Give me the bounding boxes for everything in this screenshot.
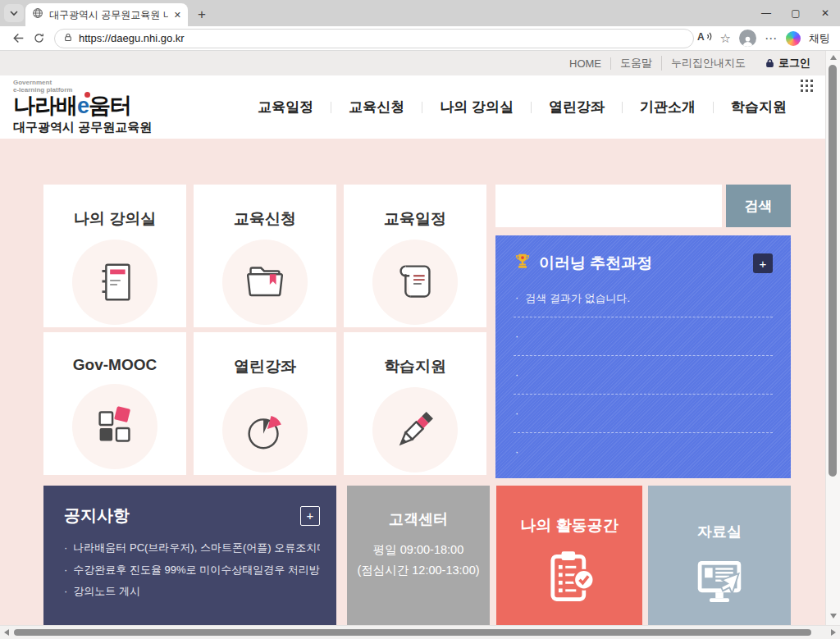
copilot-label[interactable]: 채팅	[809, 31, 830, 46]
new-tab-button[interactable]: +	[198, 7, 206, 21]
nav-item-apply[interactable]: 교육신청	[331, 98, 422, 116]
notice-item-text: 수강완료후 진도율 99%로 미이수상태일경우 처리방…	[73, 559, 320, 582]
logo-e-mark: e	[77, 94, 89, 118]
main-content: 나의 강의실 교육신청	[0, 139, 825, 625]
recommend-empty-row: ·검색 결과가 없습니다.	[514, 284, 773, 317]
notice-item-text: 강의노트 게시	[73, 581, 140, 603]
notice-list: ·나라배움터 PC(브라우저), 스마트폰(어플) 오류조치매… ·수강완료후 …	[64, 537, 320, 603]
scroll-left-arrow-icon[interactable]	[4, 629, 9, 636]
bullet: ·	[64, 581, 67, 603]
card-gov-mooc[interactable]: Gov-MOOC	[43, 332, 186, 475]
url-text: https://daegu.nhi.go.kr	[79, 32, 185, 44]
bullet: ·	[64, 537, 67, 559]
recommend-placeholder-row: ·	[514, 432, 773, 471]
scroll-icon	[372, 240, 458, 325]
lock-icon	[63, 31, 73, 46]
utility-help-link[interactable]: 도움말	[611, 56, 662, 71]
nav-item-learning-support[interactable]: 학습지원	[714, 98, 804, 116]
notice-item-text: 나라배움터 PC(브라우저), 스마트폰(어플) 오류조치매…	[73, 537, 320, 559]
site-logo[interactable]: Government e-learning platform 나라배e움터 대구…	[13, 79, 152, 135]
window-minimize-button[interactable]: —	[751, 0, 781, 26]
blocks-icon	[72, 384, 158, 469]
tab-title: 대구광역시 공무원교육원 나라배	[49, 8, 168, 22]
utility-sitemap-link[interactable]: 누리집안내지도	[662, 56, 755, 71]
customer-center-title: 고객센터	[347, 509, 490, 529]
notice-more-button[interactable]: +	[300, 506, 320, 526]
window-maximize-button[interactable]: ▢	[781, 0, 810, 26]
browser-tab[interactable]: 대구광역시 공무원교육원 나라배 ✕	[25, 3, 188, 26]
customer-lunch-hours: (점심시간 12:00-13:00)	[347, 560, 490, 581]
card-title: 교육신청	[234, 208, 296, 230]
nav-item-my-classroom[interactable]: 나의 강의실	[422, 98, 531, 116]
card-title: Gov-MOOC	[73, 356, 157, 374]
card-open-courses[interactable]: 열린강좌	[194, 332, 336, 475]
bullet: ·	[515, 407, 518, 419]
utility-bar: HOME 도움말 누리집안내지도 로그인	[0, 51, 825, 75]
bullet: ·	[515, 368, 518, 381]
refresh-icon[interactable]	[28, 28, 49, 49]
horizontal-scrollbar-thumb[interactable]	[14, 629, 811, 636]
tab-close-icon[interactable]: ✕	[174, 10, 181, 21]
utility-home-link[interactable]: HOME	[560, 57, 611, 70]
trophy-icon	[514, 253, 532, 274]
scroll-up-arrow-icon[interactable]	[830, 55, 837, 60]
pencil-icon	[372, 387, 458, 472]
logo-brand: 나라배e움터	[13, 94, 152, 117]
clipboard-check-icon	[496, 545, 642, 610]
card-learning-support[interactable]: 학습지원	[344, 332, 486, 475]
window-controls: — ▢ ✕	[751, 0, 840, 26]
folder-icon	[222, 240, 308, 325]
monitor-cursor-icon	[648, 551, 791, 615]
profile-avatar[interactable]	[739, 30, 756, 47]
main-nav: 교육일정 교육신청 나의 강의실 열린강좌 기관소개 학습지원	[240, 98, 804, 116]
course-search: 검색	[495, 185, 791, 227]
my-activity-panel[interactable]: 나의 활동공간	[496, 486, 642, 625]
card-my-classroom[interactable]: 나의 강의실	[43, 185, 186, 327]
card-title: 교육일정	[384, 208, 446, 230]
customer-center-panel: 고객센터 평일 09:00-18:00 (점심시간 12:00-13:00)	[347, 486, 490, 625]
svg-text:A: A	[697, 31, 705, 43]
logo-tagline-line1: Government	[13, 79, 152, 86]
bullet: ·	[515, 445, 518, 458]
login-link[interactable]: 로그인	[755, 56, 810, 71]
nav-item-about[interactable]: 기관소개	[623, 98, 713, 116]
notice-item[interactable]: ·나라배움터 PC(브라우저), 스마트폰(어플) 오류조치매…	[64, 537, 320, 559]
back-icon[interactable]	[7, 28, 28, 49]
scroll-down-arrow-icon[interactable]	[830, 614, 837, 618]
tab-list-chevron-icon[interactable]	[4, 4, 24, 22]
browser-menu-icon[interactable]: ⋯	[765, 31, 778, 46]
card-apply[interactable]: 교육신청	[194, 185, 336, 327]
search-button[interactable]: 검색	[726, 185, 791, 227]
nav-item-schedule[interactable]: 교육일정	[240, 98, 331, 116]
notice-panel: 공지사항 + ·나라배움터 PC(브라우저), 스마트폰(어플) 오류조치매… …	[43, 486, 336, 625]
horizontal-scrollbar[interactable]	[0, 625, 840, 639]
vertical-scrollbar[interactable]	[825, 51, 840, 625]
window-close-button[interactable]: ✕	[810, 0, 840, 26]
search-input[interactable]	[495, 185, 722, 227]
nav-item-open-courses[interactable]: 열린강좌	[532, 98, 622, 116]
logo-brand-pre: 나라배	[13, 94, 77, 118]
read-aloud-icon[interactable]: A	[696, 30, 712, 46]
site-header: Government e-learning platform 나라배e움터 대구…	[0, 75, 825, 139]
scroll-right-arrow-icon[interactable]	[831, 629, 836, 636]
recommend-title: 이러닝 추천과정	[539, 253, 652, 274]
archive-panel[interactable]: 자료실	[648, 486, 791, 625]
notice-title: 공지사항	[64, 504, 130, 527]
logo-brand-post: 움터	[89, 94, 131, 118]
favorites-star-icon[interactable]: ☆	[720, 31, 731, 46]
vertical-scrollbar-thumb[interactable]	[829, 65, 837, 477]
copilot-icon[interactable]	[786, 31, 801, 46]
notice-item[interactable]: ·수강완료후 진도율 99%로 미이수상태일경우 처리방…	[64, 559, 320, 582]
notice-item[interactable]: ·강의노트 게시	[64, 581, 320, 603]
recommend-more-button[interactable]: +	[753, 253, 773, 273]
customer-hours: 평일 09:00-18:00	[347, 540, 490, 560]
address-bar[interactable]: https://daegu.nhi.go.kr	[54, 29, 694, 48]
all-menu-grid-icon[interactable]	[801, 80, 813, 95]
globe-favicon-icon	[32, 7, 43, 22]
card-title: 나의 강의실	[74, 208, 156, 230]
toolbar-right: A ☆ ⋯ 채팅	[696, 30, 833, 47]
logo-organization: 대구광역시 공무원교육원	[13, 120, 152, 135]
browser-toolbar: https://daegu.nhi.go.kr A ☆ ⋯ 채팅	[0, 26, 840, 51]
bullet: ·	[64, 559, 67, 582]
card-schedule[interactable]: 교육일정	[344, 185, 486, 327]
